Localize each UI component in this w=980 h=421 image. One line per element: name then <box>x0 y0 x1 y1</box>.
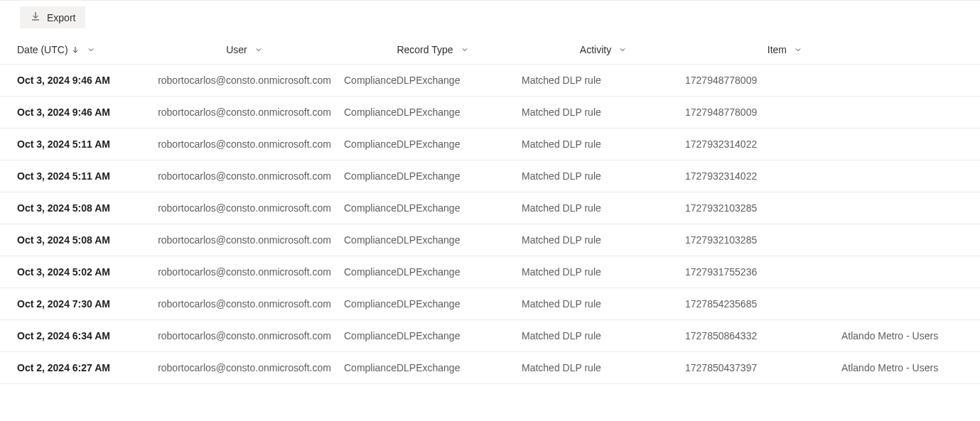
cell-date: Oct 3, 2024 5:11 AM <box>17 170 145 182</box>
cell-activity: Matched DLP rule <box>522 202 685 214</box>
cell-record-type: ComplianceDLPExchange <box>344 298 522 310</box>
cell-activity: Matched DLP rule <box>522 234 685 246</box>
column-header-record-type[interactable]: Record Type <box>344 44 522 55</box>
cell-record-type: ComplianceDLPExchange <box>344 234 522 246</box>
cell-user: robortocarlos@consto.onmicrosoft.com <box>145 170 344 182</box>
column-header-activity[interactable]: Activity <box>522 44 685 55</box>
table-row[interactable]: Oct 3, 2024 5:08 AMrobortocarlos@consto.… <box>0 224 980 256</box>
cell-activity: Matched DLP rule <box>522 170 685 182</box>
arrow-down-icon <box>71 45 80 54</box>
cell-date: Oct 3, 2024 9:46 AM <box>17 75 145 86</box>
chevron-down-icon <box>618 45 627 54</box>
chevron-down-icon <box>87 45 95 54</box>
table-row[interactable]: Oct 2, 2024 6:27 AMrobortocarlos@consto.… <box>0 351 980 384</box>
cell-item: 1727932314022 <box>685 170 841 182</box>
cell-activity: Matched DLP rule <box>522 106 685 118</box>
cell-item: 1727850864332 <box>685 330 841 341</box>
chevron-down-icon <box>794 45 802 54</box>
cell-user: robortocarlos@consto.onmicrosoft.com <box>145 298 344 310</box>
download-icon <box>30 11 41 24</box>
cell-record-type: ComplianceDLPExchange <box>344 202 522 214</box>
cell-date: Oct 3, 2024 5:08 AM <box>17 234 145 246</box>
cell-activity: Matched DLP rule <box>522 266 685 278</box>
cell-item: 1727948778009 <box>685 75 841 86</box>
export-button[interactable]: Export <box>20 6 85 28</box>
cell-user: robortocarlos@consto.onmicrosoft.com <box>145 234 344 246</box>
column-header-date[interactable]: Date (UTC) <box>17 44 145 55</box>
cell-date: Oct 3, 2024 9:46 AM <box>17 106 145 118</box>
cell-record-type: ComplianceDLPExchange <box>344 75 522 86</box>
column-header-date-label: Date (UTC) <box>17 44 68 55</box>
chevron-down-icon <box>461 45 469 54</box>
table-row[interactable]: Oct 3, 2024 9:46 AMrobortocarlos@consto.… <box>0 64 980 96</box>
column-header-activity-label: Activity <box>580 44 611 55</box>
table-row[interactable]: Oct 3, 2024 5:02 AMrobortocarlos@consto.… <box>0 256 980 288</box>
chevron-down-icon <box>254 45 263 54</box>
cell-user: robortocarlos@consto.onmicrosoft.com <box>145 330 344 341</box>
cell-activity: Matched DLP rule <box>522 138 685 150</box>
column-header-item[interactable]: Item <box>685 44 841 55</box>
audit-log-table: Date (UTC) User Record Type Activity <box>0 34 980 384</box>
cell-user: robortocarlos@consto.onmicrosoft.com <box>145 202 344 214</box>
cell-record-type: ComplianceDLPExchange <box>344 170 522 182</box>
table-row[interactable]: Oct 2, 2024 6:34 AMrobortocarlos@consto.… <box>0 319 980 351</box>
cell-extra: Atlando Metro - Users <box>841 330 980 341</box>
column-header-user[interactable]: User <box>145 44 344 55</box>
cell-user: robortocarlos@consto.onmicrosoft.com <box>145 266 344 278</box>
toolbar: Export <box>0 0 980 34</box>
cell-item: 1727931755236 <box>685 266 841 278</box>
cell-date: Oct 2, 2024 6:27 AM <box>17 362 145 373</box>
cell-activity: Matched DLP rule <box>522 330 685 341</box>
cell-user: robortocarlos@consto.onmicrosoft.com <box>145 362 344 373</box>
cell-date: Oct 3, 2024 5:02 AM <box>17 266 145 278</box>
table-header-row: Date (UTC) User Record Type Activity <box>0 34 980 64</box>
table-row[interactable]: Oct 3, 2024 9:46 AMrobortocarlos@consto.… <box>0 96 980 128</box>
cell-record-type: ComplianceDLPExchange <box>344 362 522 373</box>
cell-activity: Matched DLP rule <box>522 298 685 310</box>
cell-date: Oct 3, 2024 5:08 AM <box>17 202 145 214</box>
cell-record-type: ComplianceDLPExchange <box>344 266 522 278</box>
column-header-user-label: User <box>226 44 247 55</box>
cell-user: robortocarlos@consto.onmicrosoft.com <box>145 75 344 86</box>
cell-item: 1727932103285 <box>685 234 841 246</box>
cell-item: 1727932314022 <box>685 138 841 150</box>
cell-extra: Atlando Metro - Users <box>841 362 980 373</box>
cell-item: 1727948778009 <box>685 106 841 118</box>
cell-date: Oct 2, 2024 6:34 AM <box>17 330 145 341</box>
cell-item: 1727854235685 <box>685 298 841 310</box>
table-row[interactable]: Oct 2, 2024 7:30 AMrobortocarlos@consto.… <box>0 288 980 319</box>
cell-activity: Matched DLP rule <box>522 362 685 373</box>
table-row[interactable]: Oct 3, 2024 5:11 AMrobortocarlos@consto.… <box>0 128 980 160</box>
column-header-item-label: Item <box>768 44 787 55</box>
column-header-record-type-label: Record Type <box>397 44 453 55</box>
cell-user: robortocarlos@consto.onmicrosoft.com <box>145 106 344 118</box>
cell-record-type: ComplianceDLPExchange <box>344 330 522 341</box>
cell-date: Oct 2, 2024 7:30 AM <box>17 298 145 310</box>
cell-item: 1727932103285 <box>685 202 841 214</box>
table-row[interactable]: Oct 3, 2024 5:11 AMrobortocarlos@consto.… <box>0 160 980 192</box>
table-row[interactable]: Oct 3, 2024 5:08 AMrobortocarlos@consto.… <box>0 192 980 224</box>
cell-user: robortocarlos@consto.onmicrosoft.com <box>145 138 344 150</box>
cell-record-type: ComplianceDLPExchange <box>344 106 522 118</box>
export-label: Export <box>47 12 75 23</box>
cell-item: 1727850437397 <box>685 362 841 373</box>
cell-record-type: ComplianceDLPExchange <box>344 138 522 150</box>
cell-activity: Matched DLP rule <box>522 75 685 86</box>
cell-date: Oct 3, 2024 5:11 AM <box>17 138 145 150</box>
